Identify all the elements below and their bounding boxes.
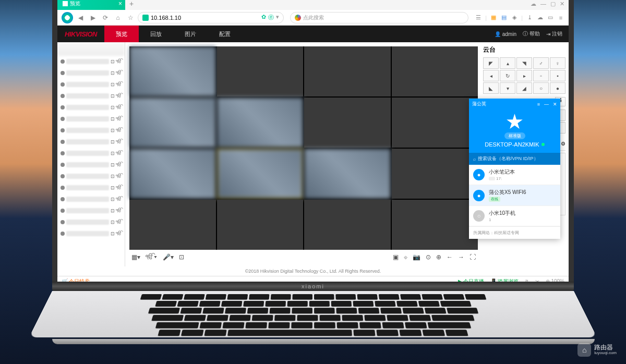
- addr-ext-icon[interactable]: ⓔ: [268, 14, 274, 21]
- ptz-iris-close[interactable]: ●: [550, 82, 565, 94]
- snapshot-icon[interactable]: ੴ: [116, 197, 122, 202]
- snapshot-icon[interactable]: ▣: [393, 253, 399, 261]
- snapshot-icon[interactable]: ੴ: [116, 70, 122, 76]
- home-button[interactable]: ⌂: [113, 13, 123, 23]
- camera-item[interactable]: ⊡ੴ: [57, 171, 125, 182]
- capture-icon[interactable]: 📷: [413, 253, 420, 261]
- record-icon[interactable]: ⊡: [111, 174, 115, 179]
- record-icon[interactable]: ⊡: [111, 208, 115, 214]
- extra-icon[interactable]: ✂: [535, 278, 539, 282]
- camera-item[interactable]: ⊡ੴ: [57, 102, 125, 113]
- record-icon[interactable]: ⊡: [111, 185, 115, 191]
- logout-button[interactable]: ⇥注销: [546, 30, 562, 38]
- video-cell[interactable]: [392, 200, 478, 250]
- record-icon[interactable]: ⊡: [111, 70, 115, 76]
- ptz-zoom-out[interactable]: ♀: [550, 57, 565, 69]
- layout-icon[interactable]: ▦▾: [131, 253, 140, 261]
- download-icon[interactable]: ⤓: [526, 14, 533, 21]
- ptz-up-left[interactable]: ◤: [483, 57, 499, 69]
- cloud-icon[interactable]: ☁: [531, 1, 536, 7]
- video-cell[interactable]: [129, 149, 216, 199]
- browser-logo-icon[interactable]: [62, 12, 73, 23]
- help-button[interactable]: ⓘ帮助: [523, 30, 540, 38]
- tab-close-icon[interactable]: ×: [118, 0, 122, 7]
- snapshot-icon[interactable]: ੴ: [116, 174, 122, 179]
- snapshot-icon[interactable]: ੴ: [116, 139, 122, 145]
- ptz-down-left[interactable]: ◣: [483, 82, 499, 94]
- ptz-auto[interactable]: ↻: [500, 70, 515, 81]
- video-cell[interactable]: [217, 98, 304, 148]
- ext-icon[interactable]: ▦: [490, 14, 497, 21]
- record-icon[interactable]: ⊡: [111, 197, 115, 202]
- video-cell[interactable]: [304, 200, 391, 250]
- camera-item[interactable]: ⊡ੴ: [57, 113, 125, 125]
- camera-item[interactable]: ⊡ੴ: [57, 159, 125, 171]
- record-icon[interactable]: ⊡: [111, 82, 115, 88]
- ptz-left[interactable]: ◂: [483, 70, 499, 81]
- record-icon[interactable]: ⊡: [111, 116, 115, 122]
- cloud-sync-icon[interactable]: ☁: [536, 14, 544, 21]
- ptz-iris-open[interactable]: ○: [533, 82, 549, 94]
- camera-item[interactable]: ⊡ੴ: [57, 67, 125, 79]
- ptz-focus-far[interactable]: ▪: [550, 70, 565, 81]
- settings-icon[interactable]: ⚙: [561, 141, 565, 148]
- menu-icon[interactable]: ☰: [475, 14, 482, 21]
- camera-item[interactable]: ⊡ੴ: [57, 228, 125, 239]
- refresh-button[interactable]: ⟳: [100, 13, 111, 23]
- vpn-close[interactable]: ✕: [553, 102, 557, 107]
- ptz-down[interactable]: ▾: [500, 82, 515, 94]
- favorite-button[interactable]: ☆: [125, 13, 136, 23]
- menu-picture[interactable]: 图片: [173, 26, 208, 42]
- ptz-right[interactable]: ▸: [516, 70, 532, 81]
- video-cell[interactable]: [392, 149, 478, 199]
- record-icon[interactable]: ⊡: [111, 128, 115, 134]
- ext-icon[interactable]: ▤: [500, 14, 508, 21]
- video-cell[interactable]: [217, 149, 304, 199]
- video-cell[interactable]: [129, 46, 216, 96]
- ptz-up-right[interactable]: ◥: [516, 57, 532, 69]
- address-bar[interactable]: 10.168.1.10 ✿ ⓔ ▾: [138, 12, 284, 23]
- record-icon[interactable]: ⊡: [111, 162, 115, 168]
- stream-icon[interactable]: ੴ▾: [146, 253, 158, 261]
- camera-item[interactable]: ⊡ੴ: [57, 90, 125, 102]
- prev-icon[interactable]: ←: [447, 253, 453, 261]
- ptz-down-right[interactable]: ◢: [516, 82, 532, 94]
- video-cell[interactable]: [129, 98, 216, 148]
- video-cell[interactable]: [129, 200, 216, 250]
- search-box[interactable]: 点此搜索: [290, 12, 468, 23]
- record-icon[interactable]: ⊡: [111, 93, 115, 99]
- ptz-zoom-in[interactable]: ♂: [533, 57, 549, 69]
- browser-tab[interactable]: 预览 ×: [57, 0, 125, 10]
- video-cell[interactable]: [217, 46, 304, 96]
- record-all-icon[interactable]: ⟐: [404, 253, 407, 261]
- record-icon[interactable]: ⊡: [111, 59, 115, 65]
- snapshot-icon[interactable]: ੴ: [116, 116, 122, 122]
- snapshot-icon[interactable]: ੴ: [116, 128, 122, 134]
- video-cell[interactable]: [392, 46, 478, 96]
- extra-icon[interactable]: ↯: [525, 278, 529, 282]
- snapshot-icon[interactable]: ੴ: [116, 185, 122, 191]
- video-cell[interactable]: [304, 98, 391, 148]
- video-cell[interactable]: [392, 98, 478, 148]
- vpn-search-input[interactable]: ⌕ 搜索设备（名称/VPN ID/IP）: [469, 153, 560, 165]
- live-link[interactable]: ▶ 今日直播: [458, 278, 484, 282]
- talk-icon[interactable]: ⊡: [179, 253, 184, 261]
- record-icon[interactable]: ⊡: [111, 139, 115, 145]
- video-cell[interactable]: [304, 149, 391, 199]
- camera-item[interactable]: ⊡ੴ: [57, 216, 125, 228]
- video-cell[interactable]: [217, 200, 304, 250]
- video-cell[interactable]: [304, 46, 391, 96]
- camera-item[interactable]: ⊡ੴ: [57, 205, 125, 216]
- snapshot-icon[interactable]: ੴ: [116, 220, 122, 225]
- menu-preview[interactable]: 预览: [104, 26, 139, 42]
- zoom-icon[interactable]: ⊕: [436, 253, 441, 261]
- snapshot-icon[interactable]: ੴ: [116, 208, 122, 214]
- snapshot-icon[interactable]: ੴ: [116, 59, 122, 65]
- record-icon[interactable]: ⊡: [111, 231, 115, 237]
- record-icon[interactable]: ⊡: [111, 220, 115, 225]
- ptz-up[interactable]: ▴: [500, 57, 515, 69]
- addr-ext-icon[interactable]: ✿: [261, 14, 266, 21]
- zoom-display[interactable]: ⊕ 100%: [546, 278, 564, 282]
- more-icon[interactable]: ≡: [557, 14, 564, 21]
- camera-item[interactable]: ⊡ੴ: [57, 182, 125, 193]
